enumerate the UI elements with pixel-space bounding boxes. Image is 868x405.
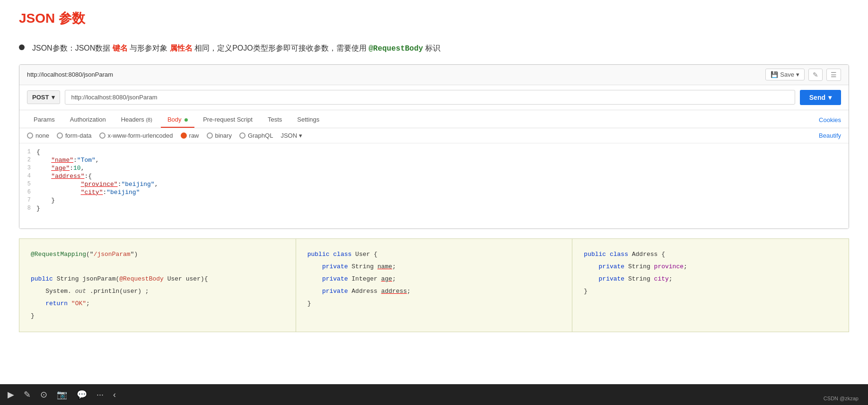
save-chevron-icon: ▾ — [796, 71, 799, 78]
panel-header: http://localhost:8080/jsonParam 💾 Save ▾… — [19, 65, 849, 85]
radio-binary-label: binary — [215, 132, 232, 139]
code-line-1: 1 { — [19, 148, 849, 156]
description-text: JSON参数：JSON数据 键名 与形参对象 属性名 相同，定义POJO类型形参… — [32, 42, 440, 56]
code-line-7: 7 } — [19, 196, 849, 204]
headers-badge: (8) — [146, 117, 152, 123]
code-line-blank1 — [31, 261, 284, 273]
code-line-mapping: @RequestMapping("/jsonParam") — [31, 248, 284, 261]
desc-mid1: 与形参对象 — [130, 44, 167, 52]
json-label: JSON — [281, 132, 297, 139]
radio-none-label: none — [35, 132, 49, 139]
code-boxes: @RequestMapping("/jsonParam") public Str… — [19, 238, 849, 332]
desc-keyword2: 属性名 — [170, 44, 193, 52]
edit-button[interactable]: ✎ — [808, 69, 823, 81]
code-editor[interactable]: 1 { 2 "name":"Tom", 3 "age":10, 4 "addre… — [19, 143, 849, 229]
code-line-user-close: } — [307, 298, 561, 310]
radio-none-circle — [27, 132, 33, 139]
desc-part1: JSON参数：JSON数据 — [32, 44, 110, 52]
code-line-user-address: private Address address; — [307, 285, 561, 298]
body-active-dot — [184, 118, 188, 122]
code-line-user-name: private String name; — [307, 261, 561, 273]
page-title: JSON 参数 — [19, 9, 849, 27]
description-section: JSON参数：JSON数据 键名 与形参对象 属性名 相同，定义POJO类型形参… — [19, 42, 849, 56]
save-button[interactable]: 💾 Save ▾ — [765, 69, 805, 80]
radio-binary-circle — [207, 132, 213, 139]
tab-prerequest[interactable]: Pre-request Script — [196, 112, 259, 128]
code-line-method: public String jsonParam(@RequestBody Use… — [31, 273, 284, 285]
tab-body[interactable]: Body — [161, 112, 194, 128]
method-select[interactable]: POST ▾ — [27, 90, 60, 104]
tab-tests[interactable]: Tests — [261, 112, 289, 128]
request-panel: http://localhost:8080/jsonParam 💾 Save ▾… — [19, 64, 849, 229]
radio-raw-circle — [181, 132, 187, 139]
desc-end: 标识 — [425, 44, 440, 52]
radio-graphql[interactable]: GraphQL — [239, 132, 273, 139]
panel-url-title: http://localhost:8080/jsonParam — [27, 71, 113, 78]
code-line-5: 5 "province":"beijing", — [19, 180, 849, 188]
body-opts-left: none form-data x-www-form-urlencoded raw… — [27, 132, 302, 139]
radio-urlencoded[interactable]: x-www-form-urlencoded — [99, 132, 173, 139]
code-line-return: return "OK"; — [31, 298, 284, 310]
code-line-addr-class: public class Address { — [584, 248, 837, 261]
url-input[interactable] — [65, 90, 795, 105]
radio-form-data-label: form-data — [65, 132, 92, 139]
radio-urlencoded-circle — [99, 132, 105, 139]
method-chevron-icon: ▾ — [52, 94, 55, 101]
code-line-user-age: private Integer age; — [307, 273, 561, 285]
code-box-user: public class User { private String name;… — [296, 238, 573, 332]
radio-raw[interactable]: raw — [181, 132, 199, 139]
send-label: Send — [809, 94, 825, 101]
tab-settings[interactable]: Settings — [290, 112, 326, 128]
radio-raw-label: raw — [189, 132, 199, 139]
desc-annotation: @RequestBody — [368, 44, 423, 53]
code-box-address: public class Address { private String pr… — [572, 238, 849, 332]
code-line-4: 4 "address":{ — [19, 172, 849, 180]
tabs-left: Params Authorization Headers (8) Body Pr… — [27, 112, 326, 128]
code-line-sysout: System. out .println(user) ; — [31, 285, 284, 298]
json-select[interactable]: JSON ▾ — [281, 132, 302, 139]
tab-authorization[interactable]: Authorization — [63, 112, 113, 128]
radio-form-data[interactable]: form-data — [57, 132, 92, 139]
radio-graphql-label: GraphQL — [248, 132, 273, 139]
radio-binary[interactable]: binary — [207, 132, 232, 139]
send-button[interactable]: Send ▾ — [800, 90, 841, 105]
code-line-addr-close: } — [584, 285, 837, 298]
code-line-6: 6 "city":"beijing" — [19, 188, 849, 196]
code-line-3: 3 "age":10, — [19, 164, 849, 172]
tabs-row: Params Authorization Headers (8) Body Pr… — [19, 110, 849, 128]
radio-none[interactable]: none — [27, 132, 49, 139]
radio-urlencoded-label: x-www-form-urlencoded — [108, 132, 173, 139]
method-label: POST — [32, 94, 49, 101]
panel-header-actions: 💾 Save ▾ ✎ ☰ — [765, 69, 841, 81]
beautify-link[interactable]: Beautify — [819, 132, 841, 139]
cookies-link[interactable]: Cookies — [819, 116, 841, 123]
save-icon: 💾 — [771, 71, 778, 78]
code-line-addr-province: private String province; — [584, 261, 837, 273]
code-line-user-class: public class User { — [307, 248, 561, 261]
code-line-2: 2 "name":"Tom", — [19, 156, 849, 164]
comment-button[interactable]: ☰ — [826, 69, 841, 81]
desc-keyword1: 键名 — [113, 44, 128, 52]
send-chevron-icon: ▾ — [828, 94, 832, 101]
desc-mid2: 相同，定义POJO类型形参即可接收参数，需要使用 — [194, 44, 367, 52]
body-options: none form-data x-www-form-urlencoded raw… — [19, 128, 849, 143]
tab-params[interactable]: Params — [27, 112, 61, 128]
save-label: Save — [780, 71, 794, 78]
url-bar: POST ▾ Send ▾ — [19, 85, 849, 110]
tab-headers[interactable]: Headers (8) — [114, 112, 159, 128]
bullet-point — [19, 44, 25, 50]
code-line-addr-city: private String city; — [584, 273, 837, 285]
code-box-controller: @RequestMapping("/jsonParam") public Str… — [19, 238, 296, 332]
radio-form-data-circle — [57, 132, 63, 139]
json-chevron-icon: ▾ — [299, 132, 302, 139]
radio-graphql-circle — [239, 132, 245, 139]
code-line-8: 8 } — [19, 204, 849, 212]
code-line-close: } — [31, 310, 284, 322]
